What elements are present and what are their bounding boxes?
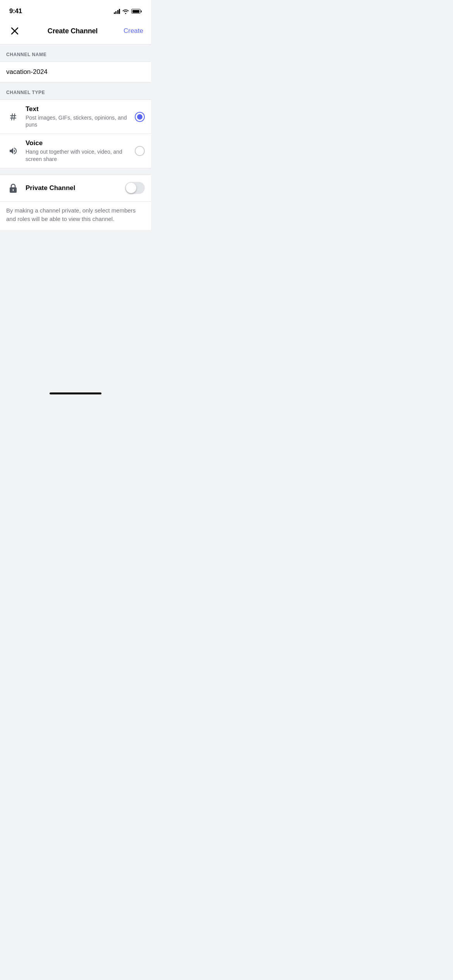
create-button[interactable]: Create — [124, 26, 143, 36]
channel-name-section-header: CHANNEL NAME — [0, 45, 151, 62]
toggle-thumb — [126, 183, 136, 193]
home-bar — [50, 392, 101, 394]
hash-icon — [6, 110, 20, 124]
channel-name-label: CHANNEL NAME — [6, 52, 46, 57]
text-option-info: Text Post images, GIFs, stickers, opinio… — [26, 105, 135, 128]
private-channel-label: Private Channel — [26, 184, 125, 192]
radio-inner — [137, 114, 142, 120]
status-time: 9:41 — [9, 7, 22, 15]
channel-name-input-container[interactable] — [0, 62, 151, 82]
voice-option-desc: Hang out together with voice, video, and… — [26, 148, 135, 162]
private-channel-description: By making a channel private, only select… — [6, 207, 136, 223]
text-option-desc: Post images, GIFs, stickers, opinions, a… — [26, 114, 135, 128]
private-channel-toggle[interactable] — [125, 182, 145, 194]
status-bar: 9:41 — [0, 0, 151, 19]
text-radio-button[interactable] — [135, 112, 145, 122]
voice-option-name: Voice — [26, 139, 135, 147]
channel-type-section-header: CHANNEL TYPE — [0, 89, 151, 100]
channel-type-section: CHANNEL TYPE Text Post images, GIFs, sti… — [0, 82, 151, 168]
private-channel-row: Private Channel — [0, 175, 151, 202]
svg-rect-2 — [13, 190, 14, 191]
text-option-name: Text — [26, 105, 135, 113]
channel-name-input[interactable] — [6, 68, 145, 76]
wifi-icon — [122, 9, 129, 14]
battery-icon — [131, 9, 142, 14]
bottom-area — [0, 230, 151, 385]
page-title: Create Channel — [48, 27, 98, 35]
status-icons — [114, 9, 142, 14]
home-indicator — [0, 385, 151, 397]
signal-icon — [114, 9, 120, 14]
voice-option-info: Voice Hang out together with voice, vide… — [26, 139, 135, 162]
text-channel-option[interactable]: Text Post images, GIFs, stickers, opinio… — [0, 100, 151, 134]
speaker-icon — [6, 144, 20, 158]
channel-type-label: CHANNEL TYPE — [6, 90, 45, 95]
private-channel-description-container: By making a channel private, only select… — [0, 202, 151, 230]
close-button[interactable] — [8, 24, 22, 38]
private-channel-section: Private Channel By making a channel priv… — [0, 168, 151, 230]
nav-bar: Create Channel Create — [0, 19, 151, 45]
lock-icon — [6, 181, 20, 195]
voice-channel-option[interactable]: Voice Hang out together with voice, vide… — [0, 134, 151, 168]
voice-radio-button[interactable] — [135, 146, 145, 156]
